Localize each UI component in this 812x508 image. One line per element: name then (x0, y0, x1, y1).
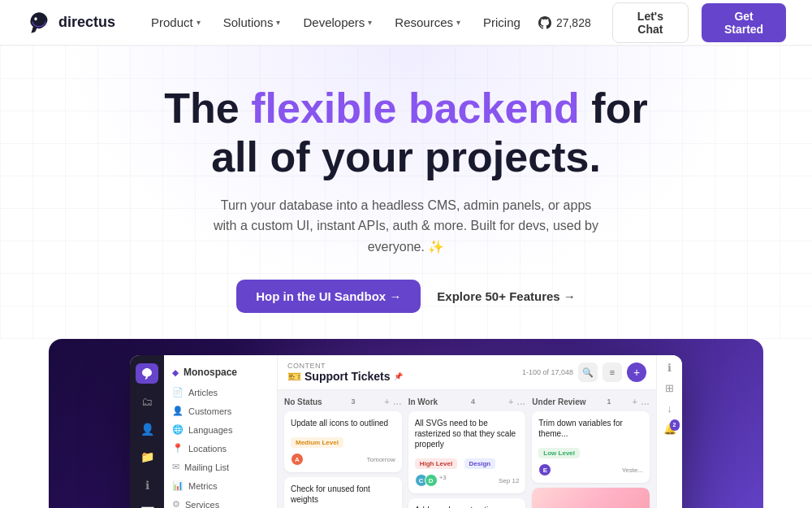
nav-item-label: Customers (188, 406, 231, 416)
collection-info: Content 🎫 Support Tickets 📌 (287, 362, 403, 383)
card-date: Yeste... (622, 467, 643, 474)
nav-item-label: Services (185, 500, 219, 508)
nav-item-mailing-list[interactable]: ✉ Mailing List (164, 458, 277, 476)
items-count: 1-100 of 17,048 (522, 368, 573, 376)
column-actions: + … (384, 397, 401, 406)
column-count: 1 (607, 397, 611, 406)
nav-item-label: Articles (188, 388, 218, 397)
nav-item-services[interactable]: ⚙ Services (164, 495, 277, 508)
sandbox-button[interactable]: Hop in the UI Sandbox → (236, 280, 421, 313)
avatar: D (425, 474, 438, 487)
kanban-card[interactable]: Update all icons to outlined Medium Leve… (284, 411, 402, 472)
nav-right: 27,828 Let's Chat Get Started (530, 2, 786, 43)
collection-icon: 🎫 (287, 370, 301, 383)
services-icon: ⚙ (172, 499, 180, 508)
locations-icon: 📍 (172, 443, 184, 454)
nav-item-languages[interactable]: 🌐 Languages (164, 420, 277, 439)
add-card-button[interactable]: + (633, 397, 637, 406)
kanban-column-under-review: Under Review 1 + … Trim down variables f… (532, 397, 650, 508)
sidebar-collections-icon[interactable]: 🗂 (136, 392, 158, 411)
nav-links: Product ▾ Solutions ▾ Developers ▾ Resou… (141, 11, 530, 34)
features-button[interactable]: Explore 50+ Features → (437, 289, 576, 303)
workspace-header: ◆ Monospace (164, 362, 277, 383)
logo[interactable]: directus (26, 10, 115, 36)
filter-button[interactable]: ≡ (603, 363, 622, 382)
card-title: All SVGs need to be rasterized so that t… (415, 418, 520, 449)
kanban-card[interactable]: Add new Layout options Medium Level Dec … (408, 498, 526, 508)
card-footer: E Yeste... (538, 463, 643, 476)
more-options-button[interactable]: … (516, 397, 525, 406)
kanban-board: No Status 3 + … Update all icons to outl… (278, 390, 656, 508)
sidebar-info-icon[interactable]: ℹ (136, 475, 158, 495)
more-options-button[interactable]: … (393, 397, 402, 406)
nav-resources[interactable]: Resources ▾ (385, 11, 470, 34)
avatar: E (538, 463, 551, 476)
search-button[interactable]: 🔍 (578, 363, 598, 382)
sidebar-files-icon[interactable]: 📁 (136, 447, 158, 467)
column-count: 4 (471, 397, 475, 406)
dashboard-preview: 🗂 👤 📁 ℹ 📊 ⚙ ◆ Monospace 📄 Articles 👤 Cus… (49, 339, 763, 508)
hero-subtitle: Turn your database into a headless CMS, … (211, 195, 601, 258)
get-started-button[interactable]: Get Started (702, 3, 786, 42)
info-icon[interactable]: ℹ (667, 362, 672, 374)
kanban-card[interactable]: All SVGs need to be rasterized so that t… (408, 411, 526, 493)
priority-badge: Medium Level (291, 437, 343, 448)
left-nav-panel: ◆ Monospace 📄 Articles 👤 Customers 🌐 Lan… (164, 355, 278, 508)
nav-pricing[interactable]: Pricing (473, 11, 530, 34)
card-footer: C D +3 Sep 12 (415, 474, 520, 487)
lets-chat-button[interactable]: Let's Chat (612, 2, 689, 43)
languages-icon: 🌐 (172, 424, 184, 435)
card-date: Tomorrow (367, 456, 395, 463)
notification-icon[interactable]: 🔔 2 (663, 423, 676, 435)
mailing-list-icon: ✉ (172, 462, 179, 472)
nav-item-label: Metrics (188, 481, 217, 491)
download-icon[interactable]: ↓ (667, 402, 672, 415)
logo-icon (26, 10, 52, 36)
chevron-down-icon: ▾ (368, 18, 372, 27)
workspace-icon: ◆ (172, 368, 179, 377)
main-header: Content 🎫 Support Tickets 📌 1-100 of 17,… (278, 355, 656, 390)
sidebar-users-icon[interactable]: 👤 (136, 419, 158, 439)
column-header: In Work 4 + … (408, 397, 526, 406)
github-count: 27,828 (556, 16, 591, 29)
app-sidebar: 🗂 👤 📁 ℹ 📊 ⚙ (130, 355, 164, 508)
workspace-name: Monospace (184, 367, 237, 378)
kanban-column-no-status: No Status 3 + … Update all icons to outl… (284, 397, 402, 508)
card-title: Add new Layout options (415, 505, 520, 508)
kanban-card[interactable]: Does this look amazing?? (532, 488, 650, 508)
tag-badge: Design (464, 458, 496, 469)
chevron-down-icon: ▾ (456, 18, 460, 27)
right-panel: ℹ ⊞ ↓ 🔔 2 (656, 355, 682, 508)
add-card-button[interactable]: + (508, 397, 513, 406)
add-item-button[interactable]: + (627, 363, 646, 382)
svg-point-0 (34, 17, 37, 20)
collection-label: Content (287, 362, 403, 370)
column-count: 3 (351, 397, 355, 406)
column-header: No Status 3 + … (284, 397, 402, 406)
card-footer: A Tomorrow (291, 453, 395, 466)
chevron-down-icon: ▾ (276, 18, 280, 27)
nav-developers[interactable]: Developers ▾ (293, 11, 382, 34)
nav-product[interactable]: Product ▾ (141, 11, 210, 34)
nav-item-locations[interactable]: 📍 Locations (164, 439, 277, 458)
main-actions: 1-100 of 17,048 🔍 ≡ + (522, 363, 646, 382)
nav-item-customers[interactable]: 👤 Customers (164, 402, 277, 420)
github-button[interactable]: 27,828 (530, 11, 599, 34)
hero-ctas: Hop in the UI Sandbox → Explore 50+ Feat… (26, 280, 786, 313)
more-options-button[interactable]: … (641, 397, 650, 406)
nav-solutions[interactable]: Solutions ▾ (214, 11, 291, 34)
avatar-group: A (291, 453, 300, 466)
nav-item-articles[interactable]: 📄 Articles (164, 383, 277, 402)
kanban-card[interactable]: Check for unused font weights Low Level … (284, 477, 402, 508)
avatar-group: E (538, 463, 548, 476)
layout-icon[interactable]: ⊞ (665, 382, 674, 394)
sidebar-analytics-icon[interactable]: 📊 (136, 503, 158, 508)
navbar: directus Product ▾ Solutions ▾ Developer… (0, 0, 812, 46)
avatar: A (291, 453, 304, 466)
kanban-column-in-work: In Work 4 + … All SVGs need to be raster… (408, 397, 526, 508)
priority-badge: Low Level (538, 448, 580, 458)
pin-icon: 📌 (394, 372, 403, 380)
nav-item-metrics[interactable]: 📊 Metrics (164, 476, 277, 495)
kanban-card[interactable]: Trim down variables for theme... Low Lev… (532, 411, 650, 483)
add-card-button[interactable]: + (384, 397, 389, 406)
